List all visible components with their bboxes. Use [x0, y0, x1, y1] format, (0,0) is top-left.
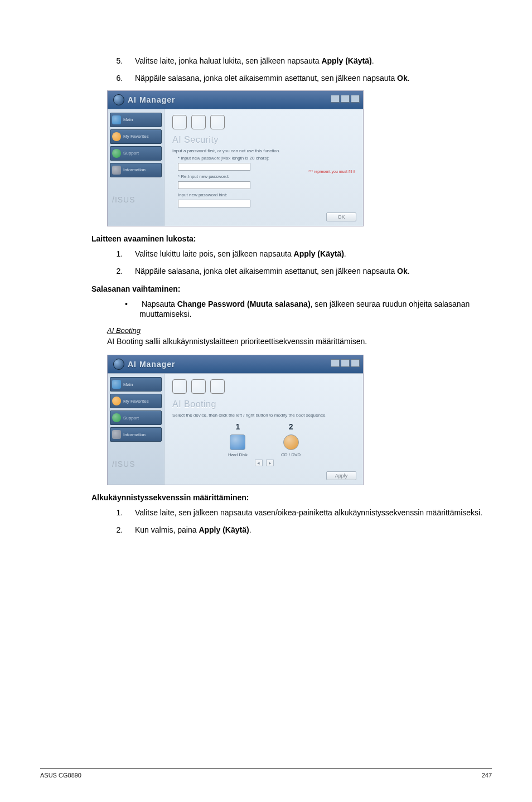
password-input[interactable] [178, 163, 250, 171]
sidebar-item-main[interactable]: Main [110, 377, 162, 392]
window-title: AI Manager [113, 94, 175, 105]
bold-text: Ok [397, 74, 408, 83]
password-change-list: Napsauta Change Password (Muuta salasana… [125, 299, 492, 320]
text: . [249, 525, 252, 534]
text: . [408, 74, 410, 83]
text: Näppäile salasana, jonka olet aikaisemmi… [135, 267, 397, 276]
sidebar-item-information[interactable]: Information [110, 427, 162, 442]
favorites-icon [112, 132, 121, 141]
bootseq-heading: Alkukäynnistyssekvenssin määrittäminen: [91, 493, 492, 502]
sidebar-label: Support [123, 416, 139, 421]
ai-booting-description: AI Booting sallii alkukäynnistyslaitteen… [107, 337, 492, 346]
tool-icon-3[interactable] [210, 379, 225, 394]
field-label: * Input new password(Max length is 20 ch… [178, 156, 356, 161]
sidebar-item-favorites[interactable]: My Favorites [110, 129, 162, 144]
device-number: 2 [281, 422, 301, 431]
tool-icon-2[interactable] [191, 379, 206, 394]
password-confirm-input[interactable] [178, 181, 250, 189]
sidebar-label: Main [123, 117, 133, 122]
bold-text: Change Password (Muuta salasana) [177, 299, 311, 308]
steps-top-list: Valitse laite, jonka haluat lukita, sen … [125, 56, 492, 84]
field-label: Input new password hint: [178, 192, 356, 197]
text: Napsauta [142, 299, 177, 308]
text: . [372, 56, 374, 65]
step-5: Valitse laite, jonka haluat lukita, sen … [125, 56, 492, 66]
tool-icon-2[interactable] [191, 115, 206, 129]
info-icon [112, 430, 121, 439]
sidebar-item-main[interactable]: Main [110, 113, 162, 127]
sidebar-item-support[interactable]: Support [110, 146, 162, 161]
brand-text: /ISUS [110, 191, 162, 209]
sidebar-item-favorites[interactable]: My Favorites [110, 394, 162, 408]
sidebar-label: Main [123, 382, 133, 387]
arrow-buttons: ◂ ▸ [172, 460, 356, 466]
tool-icon-1[interactable] [172, 115, 187, 129]
boot-device-2[interactable]: 2 CD / DVD [281, 422, 301, 457]
sidebar-label: My Favorites [123, 399, 149, 404]
instruction-text: Input a password first, or you can not u… [172, 148, 356, 153]
sidebar-label: Support [123, 151, 139, 156]
info-icon [112, 166, 121, 175]
step-6: Näppäile salasana, jonka olet aikaisemmi… [125, 73, 492, 84]
unlock-steps-list: Valitse lukittu laite pois, sen jälkeen … [125, 249, 492, 277]
unlock-heading: Laitteen avaaminen lukosta: [91, 234, 492, 243]
bold-text: Ok [397, 267, 408, 276]
ai-booting-subheading: AI Booting [107, 326, 492, 335]
right-arrow-button[interactable]: ▸ [266, 460, 274, 466]
text: . [344, 249, 346, 258]
left-arrow-button[interactable]: ◂ [255, 460, 263, 466]
favorites-icon [112, 397, 121, 405]
tool-icon-1[interactable] [172, 379, 187, 394]
main-pane: AI Security Input a password first, or y… [165, 109, 363, 226]
main-icon [112, 115, 121, 124]
toolbar-icons [172, 115, 356, 129]
support-icon [112, 149, 121, 158]
main-icon [112, 380, 121, 389]
bold-text: Apply (Käytä) [199, 525, 249, 534]
password-change-heading: Salasanan vaihtaminen: [91, 284, 492, 293]
main-pane: AI Booting Select the device, then click… [165, 374, 363, 485]
text: Valitse laite, sen jälkeen napsauta vase… [135, 508, 482, 517]
device-label: CD / DVD [281, 452, 301, 457]
bootseq-step-2: Kun valmis, paina Apply (Käytä). [125, 525, 492, 535]
toolbar-icons [172, 379, 356, 394]
footer-left: ASUS CG8890 [40, 772, 81, 779]
screenshot-ai-booting: AI Manager Main My Favorites Support Inf… [107, 355, 364, 485]
window-title-text: AI Manager [128, 360, 175, 369]
password-hint-input[interactable] [178, 200, 250, 207]
window-titlebar: AI Manager [108, 91, 363, 109]
boot-device-1[interactable]: 1 Hard Disk [228, 422, 248, 457]
sidebar-label: Information [123, 167, 146, 172]
footer-page-number: 247 [482, 772, 492, 779]
device-row: 1 Hard Disk 2 CD / DVD [172, 422, 356, 457]
app-icon [113, 94, 124, 105]
device-number: 1 [228, 422, 248, 431]
ok-button[interactable]: OK [326, 212, 356, 221]
window-buttons[interactable] [330, 359, 360, 369]
field-label: * Re-Input new password: [178, 174, 356, 179]
bootseq-steps-list: Valitse laite, sen jälkeen napsauta vase… [125, 508, 492, 535]
sidebar: Main My Favorites Support Information /I… [108, 374, 165, 485]
window-buttons[interactable] [330, 95, 360, 105]
cddvd-icon [283, 434, 299, 450]
apply-button[interactable]: Apply [326, 471, 356, 480]
window-title-text: AI Manager [128, 95, 175, 104]
text: . [408, 267, 410, 276]
section-title: AI Booting [172, 399, 356, 409]
bold-text: Apply (Käytä) [321, 56, 371, 65]
text: Kun valmis, paina [135, 525, 199, 534]
sidebar-item-support[interactable]: Support [110, 410, 162, 425]
sidebar-item-information[interactable]: Information [110, 163, 162, 177]
password-change-bullet: Napsauta Change Password (Muuta salasana… [125, 299, 492, 320]
unlock-step-1: Valitse lukittu laite pois, sen jälkeen … [125, 249, 492, 259]
support-icon [112, 413, 121, 422]
sidebar-label: My Favorites [123, 134, 149, 139]
unlock-step-2: Näppäile salasana, jonka olet aikaisemmi… [125, 266, 492, 277]
screenshot-ai-security: AI Manager Main My Favorites Support Inf… [107, 90, 364, 226]
bold-text: Apply (Käytä) [294, 249, 344, 258]
instruction-text: Select the device, then click the left /… [172, 413, 356, 418]
section-title: AI Security [172, 135, 356, 145]
harddisk-icon [230, 434, 245, 450]
page-footer: ASUS CG8890 247 [40, 768, 492, 779]
tool-icon-3[interactable] [210, 115, 225, 129]
